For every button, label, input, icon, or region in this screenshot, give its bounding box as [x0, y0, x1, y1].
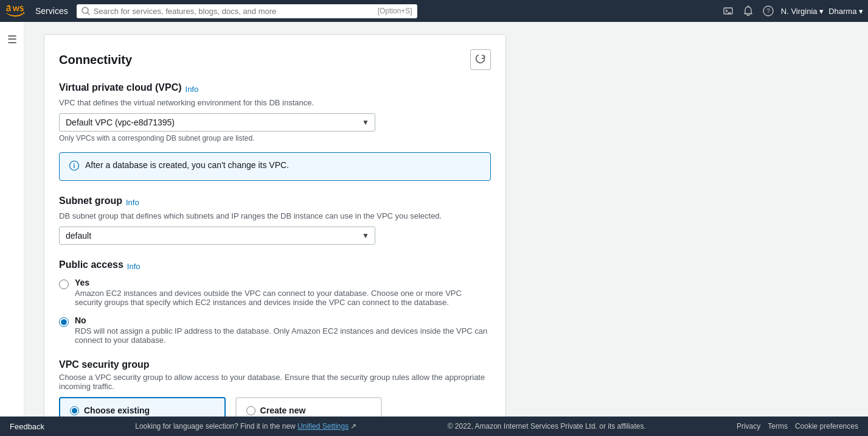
- svg-line-1: [88, 13, 89, 15]
- public-access-title: Public access: [59, 259, 123, 270]
- subnet-section-desc: DB subnet group that defines which subne…: [59, 211, 491, 220]
- vpc-section-desc: VPC that defines the virtual networking …: [59, 98, 491, 107]
- vpc-dropdown-wrap: Default VPC (vpc-e8d71395) ▼: [59, 113, 375, 132]
- search-icon: [82, 7, 90, 15]
- refresh-button[interactable]: [470, 49, 491, 70]
- top-navigation: Services [Option+S]: [0, 0, 868, 22]
- bottom-links: Privacy Terms Cookie preferences: [737, 422, 858, 431]
- vpc-security-choose-existing-radio[interactable]: [70, 406, 79, 415]
- cloudshell-icon[interactable]: [720, 3, 736, 19]
- vpc-security-desc: Choose a VPC security group to allow acc…: [59, 373, 491, 391]
- search-shortcut: [Option+S]: [378, 7, 412, 15]
- subnet-info-link[interactable]: Info: [126, 198, 139, 207]
- connectivity-card: Connectivity Virtual private cloud (VPC)…: [44, 34, 506, 436]
- cookie-preferences-link[interactable]: Cookie preferences: [795, 422, 858, 431]
- subnet-section-title: Subnet group: [59, 195, 122, 206]
- public-access-yes-desc: Amazon EC2 instances and devices outside…: [75, 289, 491, 307]
- subnet-dropdown[interactable]: default: [59, 227, 375, 245]
- svg-text:i: i: [74, 163, 75, 169]
- vpc-hint: Only VPCs with a corresponding DB subnet…: [59, 134, 491, 142]
- subnet-dropdown-wrap: default ▼: [59, 227, 375, 245]
- sidebar: ☰: [0, 22, 24, 436]
- vpc-security-choose-existing-label: Choose existing: [84, 406, 150, 415]
- info-circle-icon: i: [69, 161, 79, 173]
- vpc-dropdown[interactable]: Default VPC (vpc-e8d71395): [59, 113, 375, 132]
- public-access-no-item: No RDS will not assign a public IP addre…: [59, 315, 491, 345]
- nav-region[interactable]: N. Virginia ▾: [781, 7, 824, 16]
- vpc-security-create-new-header: Create new: [246, 406, 371, 415]
- nav-user[interactable]: Dharma ▾: [828, 7, 863, 16]
- public-access-no-radio[interactable]: [59, 317, 69, 327]
- vpc-security-create-new-label: Create new: [260, 406, 306, 415]
- layout: ☰ Connectivity Virtual private cloud (VP…: [0, 22, 868, 436]
- public-access-info-link[interactable]: Info: [127, 262, 141, 271]
- vpc-security-create-new-radio[interactable]: [246, 406, 255, 415]
- public-access-no-label-wrap: No RDS will not assign a public IP addre…: [75, 315, 491, 345]
- main-content: Connectivity Virtual private cloud (VPC)…: [24, 22, 868, 436]
- bottom-bar: Feedback Looking for language selection?…: [0, 417, 868, 436]
- vpc-security-choose-existing-header: Choose existing: [70, 406, 215, 415]
- unified-settings-link[interactable]: Unified Settings: [297, 422, 349, 431]
- svg-text:?: ?: [766, 8, 770, 15]
- vpc-info-box-text: After a database is created, you can't c…: [85, 160, 289, 170]
- language-notice: Looking for language selection? Find it …: [135, 422, 356, 431]
- terms-link[interactable]: Terms: [768, 422, 788, 431]
- nav-services[interactable]: Services: [32, 4, 72, 18]
- public-access-yes-label: Yes: [75, 278, 491, 287]
- privacy-link[interactable]: Privacy: [737, 422, 760, 431]
- public-access-yes-radio[interactable]: [59, 280, 69, 289]
- page-title-text: Connectivity: [59, 53, 132, 67]
- notifications-icon[interactable]: [741, 3, 755, 19]
- nav-right-icons: ? N. Virginia ▾ Dharma ▾: [720, 3, 863, 19]
- vpc-section: Virtual private cloud (VPC) Info VPC tha…: [59, 82, 491, 181]
- aws-logo[interactable]: [5, 5, 24, 17]
- public-access-yes-label-wrap: Yes Amazon EC2 instances and devices out…: [75, 278, 491, 307]
- public-access-radio-group: Yes Amazon EC2 instances and devices out…: [59, 278, 491, 345]
- copyright-text: © 2022, Amazon Internet Services Private…: [448, 422, 646, 431]
- public-access-yes-item: Yes Amazon EC2 instances and devices out…: [59, 278, 491, 307]
- feedback-link[interactable]: Feedback: [10, 422, 44, 431]
- vpc-info-link[interactable]: Info: [186, 85, 199, 94]
- search-input[interactable]: [94, 7, 374, 16]
- sidebar-menu-button[interactable]: ☰: [4, 29, 21, 50]
- vpc-info-box: i After a database is created, you can't…: [59, 152, 491, 181]
- vpc-security-title: VPC security group: [59, 359, 149, 370]
- public-access-no-desc: RDS will not assign a public IP address …: [75, 326, 491, 345]
- public-access-no-label: No: [75, 315, 491, 325]
- vpc-section-title: Virtual private cloud (VPC): [59, 82, 182, 93]
- subnet-section: Subnet group Info DB subnet group that d…: [59, 195, 491, 245]
- search-bar[interactable]: [Option+S]: [77, 4, 417, 18]
- public-access-section: Public access Info Yes Amazon EC2 instan…: [59, 259, 491, 345]
- page-title-row: Connectivity: [59, 49, 491, 70]
- help-icon[interactable]: ?: [760, 3, 776, 19]
